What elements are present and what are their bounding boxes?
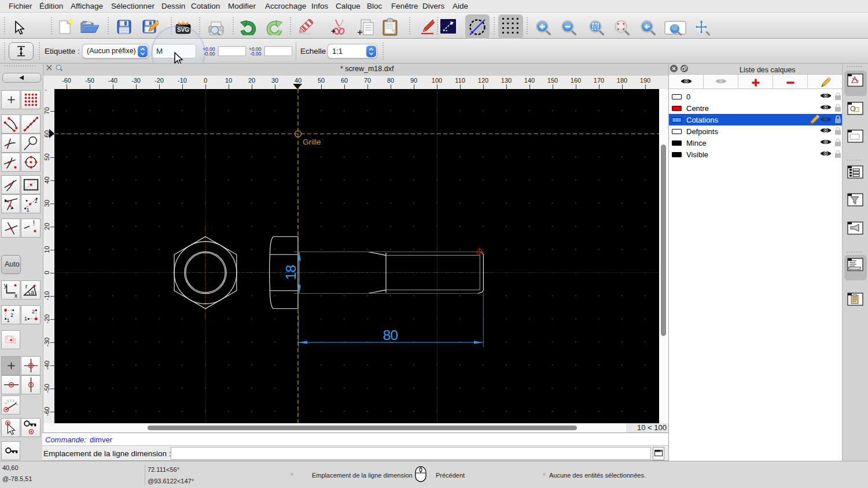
svg-text:a: a [31, 289, 34, 295]
svg-text:r: r [25, 283, 28, 290]
svg-text:1: 1 [27, 206, 30, 213]
svg-text:1: 1 [24, 315, 27, 321]
svg-text:!: ! [33, 219, 35, 227]
svg-text:2: 2 [35, 198, 38, 204]
svg-text:18: 18 [283, 265, 299, 280]
svg-text:x: x [14, 292, 17, 299]
svg-text:1: 1 [6, 317, 9, 323]
svg-text:y: y [3, 282, 7, 289]
svg-text:80: 80 [383, 327, 398, 343]
svg-text:2: 2 [10, 312, 13, 318]
svg-text:2: 2 [32, 308, 35, 315]
svg-text:Grille: Grille [303, 138, 321, 146]
